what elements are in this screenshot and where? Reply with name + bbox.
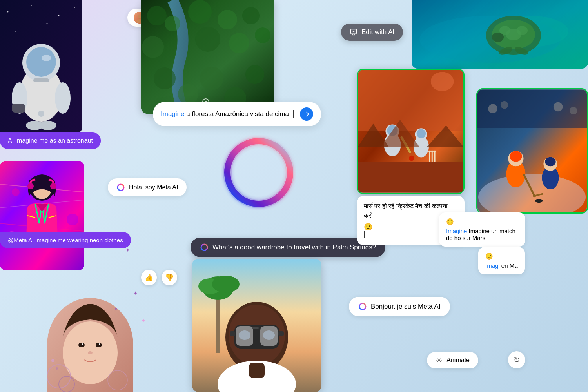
meta-ai-ring-bonjour [358,302,367,311]
svg-point-7 [517,26,528,35]
svg-point-112 [409,156,414,161]
thumbs-down-button[interactable]: 👎 [162,270,177,285]
svg-point-41 [26,47,56,77]
svg-point-46 [55,82,71,114]
deco-star-3: ✦ [114,306,118,312]
svg-point-23 [229,33,249,53]
svg-point-107 [417,129,426,138]
animate-button[interactable]: Animate [427,352,478,368]
deco-star-4: ✦ [141,318,146,324]
svg-point-22 [195,27,220,52]
neon-clothes-bubble: @Meta AI imagine me wearing neon clothes [0,232,131,248]
svg-point-44 [38,111,44,117]
imagine-prompt-text: Imagine a floresta Amazônica vista de ci… [161,110,289,118]
svg-point-38 [47,23,48,24]
svg-point-132 [359,303,366,310]
french-mars-bubble: 🙂 Imagine Imagine un match de ho sur Mar… [439,212,525,247]
cursor [293,110,294,118]
palm-springs-bubble: What's a good wardrobe to travel with in… [191,238,385,257]
meta-ai-ring-main [220,133,298,212]
bonjour-text: Bonjour, je suis Meta AI [371,303,441,310]
svg-point-21 [142,36,164,58]
svg-rect-111 [428,151,436,152]
neon-clothes-text: @Meta AI imagine me wearing neon clothes [8,237,123,243]
svg-rect-100 [358,162,463,192]
svg-point-61 [67,214,78,225]
svg-point-25 [154,67,176,89]
svg-point-88 [96,343,102,347]
svg-rect-43 [33,78,49,82]
refresh-button[interactable]: ↻ [508,351,525,368]
imagine-word: Imagine [161,110,184,118]
amazon-forest-image [141,0,274,114]
send-button[interactable] [300,107,313,121]
meta-ai-ring-small-hola [116,183,125,192]
svg-point-96 [56,367,58,370]
svg-point-78 [239,330,250,340]
svg-rect-110 [434,151,436,162]
svg-rect-81 [278,331,284,336]
svg-point-56 [27,183,34,189]
svg-point-37 [15,31,16,32]
imagine-word2: Imagi [485,262,500,269]
edit-with-ai-button[interactable]: Edit with AI [341,24,403,41]
ai-astronaut-bubble: AI imagine me as an astronaut [0,132,101,149]
svg-point-130 [554,102,563,111]
svg-point-66 [234,148,283,197]
svg-point-72 [212,276,240,293]
french-mars-bubble2: 🙂 Imagi en Ma [478,247,525,274]
svg-rect-80 [230,331,235,336]
svg-point-99 [431,72,454,91]
svg-point-18 [188,0,212,24]
meta-ai-ring-palm-springs [200,243,209,252]
svg-point-27 [245,65,264,84]
svg-point-35 [58,15,60,16]
vr-headset-image [192,259,321,392]
svg-point-129 [501,101,508,109]
svg-point-120 [510,151,522,162]
svg-point-16 [147,6,167,25]
svg-point-33 [7,11,9,13]
svg-point-131 [570,107,577,114]
svg-rect-108 [429,151,430,162]
animate-label: Animate [446,357,470,364]
french-mars-text2: Imagi en Ma [485,262,518,269]
deco-star-1: ✦ [125,247,130,253]
cricket-mars-card [357,69,465,194]
svg-point-133 [438,359,440,361]
send-icon [303,111,310,117]
svg-rect-84 [249,363,265,378]
astronaut-image [0,0,82,133]
svg-point-24 [255,27,270,43]
palm-springs-text: What's a good wardrobe to travel with in… [212,243,376,251]
hola-meta-ai-bubble: Hola, soy Meta AI [108,178,187,196]
svg-point-17 [165,16,180,31]
svg-point-90 [99,343,100,345]
prompt-rest: a floresta Amazônica vista de cima [186,110,289,118]
svg-point-63 [118,184,124,191]
edit-ai-label: Edit with AI [361,28,394,36]
imagine-prompt-bar[interactable]: Imagine a floresta Amazônica vista de ci… [153,102,321,126]
svg-point-67 [201,244,207,250]
svg-point-89 [82,343,83,345]
svg-point-95 [51,359,54,362]
svg-point-62 [12,188,20,196]
imagine-word-french: Imagine [446,228,467,234]
thumbs-container: 👍 👎 [141,270,177,285]
svg-point-36 [74,7,75,8]
svg-point-20 [242,7,260,24]
svg-point-19 [218,10,237,29]
thumbs-up-icon: 👍 [145,273,153,282]
deco-star-2: ✦ [133,290,138,296]
svg-point-91 [88,351,93,354]
text-cursor [364,231,365,238]
svg-rect-11 [351,29,357,34]
thumbs-up-button[interactable]: 👍 [141,270,157,285]
animate-icon [436,357,443,364]
svg-rect-82 [252,327,259,329]
profile-image [47,298,133,392]
turtle-image [412,0,588,69]
svg-point-28 [178,84,198,104]
bonjour-meta-ai-bubble: Bonjour, je suis Meta AI [349,297,450,316]
svg-point-8 [492,33,504,42]
